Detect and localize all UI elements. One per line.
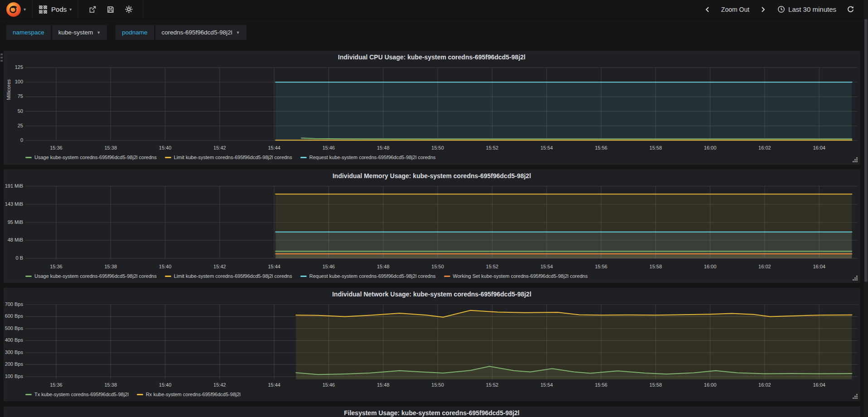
panel-resize-handle[interactable] xyxy=(856,161,858,162)
share-button[interactable] xyxy=(85,0,100,19)
y-axis-tick: 95 MiB xyxy=(4,219,23,225)
x-axis-tick: 15:58 xyxy=(642,145,669,150)
legend-series-label: Limit kube-system coredns-695f96dcd5-98j… xyxy=(174,273,292,279)
clock-icon xyxy=(777,5,785,13)
chart-canvas[interactable] xyxy=(4,301,860,382)
navbar: ▾ Pods ▾ Zoom Out Last 30 minutes xyxy=(0,0,868,19)
row-drag-handle[interactable] xyxy=(0,53,3,55)
dashboard-title: Pods xyxy=(51,5,67,13)
network-usage-graph[interactable] xyxy=(4,301,860,382)
chart-canvas[interactable] xyxy=(4,64,860,145)
x-axis-tick: 16:02 xyxy=(751,382,778,388)
x-axis-tick: 15:48 xyxy=(370,264,397,269)
chart-canvas[interactable] xyxy=(4,183,860,263)
variable-select-namespace[interactable]: kube-system ▼ xyxy=(52,25,107,40)
share-icon xyxy=(88,5,96,14)
refresh-button[interactable] xyxy=(843,0,858,19)
x-axis-tick: 15:48 xyxy=(370,145,397,150)
legend-series-label: Tx kube-system coredns-695f96dcd5-98j2l xyxy=(34,392,129,397)
panel-resize-handle[interactable] xyxy=(856,398,858,399)
grafana-logo-icon[interactable] xyxy=(6,2,21,17)
panel-title[interactable]: Filesystem Usage: kube-system coredns-69… xyxy=(4,409,859,417)
x-axis-tick: 16:02 xyxy=(751,264,778,269)
x-axis-tick: 15:38 xyxy=(97,382,124,388)
legend-series-color xyxy=(444,276,450,277)
x-axis-tick: 15:42 xyxy=(206,264,233,269)
panel-network-usage: Individual Network Usage: kube-system co… xyxy=(4,288,860,401)
chevron-down-icon: ▼ xyxy=(96,30,101,35)
chevron-left-icon xyxy=(704,6,710,13)
x-axis-tick: 16:04 xyxy=(805,264,833,269)
x-axis-tick: 15:54 xyxy=(533,264,560,269)
y-axis-tick: 191 MiB xyxy=(4,183,23,189)
x-axis-tick: 15:56 xyxy=(588,145,615,150)
x-axis-tick: 15:38 xyxy=(97,145,124,150)
x-axis-tick: 15:54 xyxy=(533,382,560,388)
x-axis-tick: 15:50 xyxy=(424,382,451,388)
variable-value-namespace: kube-system xyxy=(58,29,93,36)
x-axis-tick: 16:04 xyxy=(805,145,833,150)
x-axis-tick: 15:40 xyxy=(152,145,179,150)
panel-resize-handle[interactable] xyxy=(856,279,858,281)
x-axis-tick: 15:46 xyxy=(315,145,342,150)
y-axis-tick: 200 Bps xyxy=(4,361,23,367)
legend-item[interactable]: Usage kube-system coredns-695f96dcd5-98j… xyxy=(25,273,157,279)
refresh-icon xyxy=(847,5,854,13)
legend-item[interactable]: Tx kube-system coredns-695f96dcd5-98j2l xyxy=(25,392,129,397)
panel-title[interactable]: Individual Memory Usage: kube-system cor… xyxy=(4,172,859,179)
variable-label-namespace: namespace xyxy=(6,25,51,40)
dashboard-actions xyxy=(78,0,143,19)
time-back-button[interactable] xyxy=(699,0,715,19)
legend-series-color xyxy=(300,157,307,158)
legend-series-label: Limit kube-system coredns-695f96dcd5-98j… xyxy=(174,155,292,160)
x-axis-tick: 15:58 xyxy=(642,382,669,388)
y-axis-tick: 700 Bps xyxy=(4,301,23,307)
panel-title[interactable]: Individual CPU Usage: kube-system coredn… xyxy=(4,53,859,61)
x-axis-tick: 15:56 xyxy=(588,382,615,388)
x-axis-tick: 15:36 xyxy=(43,264,70,269)
x-axis-tick: 15:56 xyxy=(588,264,615,269)
chevron-down-icon: ▼ xyxy=(236,30,240,35)
legend-item[interactable]: Request kube-system coredns-695f96dcd5-9… xyxy=(300,155,436,160)
x-axis-tick: 15:36 xyxy=(43,145,70,150)
x-axis-tick: 15:44 xyxy=(260,264,288,269)
x-axis-tick: 15:40 xyxy=(152,382,179,388)
x-axis-tick: 15:42 xyxy=(206,145,233,150)
legend-series-label: Usage kube-system coredns-695f96dcd5-98j… xyxy=(34,273,157,279)
legend-item[interactable]: Working Set kube-system coredns-695f96dc… xyxy=(444,273,588,279)
legend-item[interactable]: Limit kube-system coredns-695f96dcd5-98j… xyxy=(165,155,292,160)
y-axis-tick: 25 xyxy=(4,123,23,128)
y-axis-tick: 0 xyxy=(4,137,23,143)
variable-select-podname[interactable]: coredns-695f96dcd5-98j2l ▼ xyxy=(155,25,246,40)
x-axis-tick: 15:36 xyxy=(43,382,70,388)
x-axis-tick: 15:38 xyxy=(97,264,124,269)
x-axis-tick: 15:46 xyxy=(315,382,342,388)
page-scrollbar[interactable] xyxy=(864,0,868,417)
grafana-menu[interactable]: ▾ xyxy=(0,0,33,19)
y-axis-tick: 400 Bps xyxy=(4,337,23,343)
legend-item[interactable]: Rx kube-system coredns-695f96dcd5-98j2l xyxy=(137,392,241,397)
legend-item[interactable]: Request kube-system coredns-695f96dcd5-9… xyxy=(300,273,436,279)
x-axis-tick: 15:50 xyxy=(424,145,451,150)
x-axis-tick: 15:46 xyxy=(315,264,342,269)
legend-series-label: Rx kube-system coredns-695f96dcd5-98j2l xyxy=(146,392,241,397)
panel-filesystem-usage: Filesystem Usage: kube-system coredns-69… xyxy=(4,407,860,417)
time-range-picker[interactable]: Last 30 minutes xyxy=(777,5,836,13)
scrollbar-thumb[interactable] xyxy=(864,19,868,282)
legend-series-label: Request kube-system coredns-695f96dcd5-9… xyxy=(309,155,436,160)
legend-item[interactable]: Usage kube-system coredns-695f96dcd5-98j… xyxy=(25,155,157,160)
dashboard-picker[interactable]: Pods ▾ xyxy=(33,0,78,19)
time-forward-button[interactable] xyxy=(756,0,771,19)
save-button[interactable] xyxy=(103,0,118,19)
zoom-out-button[interactable]: Zoom Out xyxy=(721,6,749,13)
time-range-label: Last 30 minutes xyxy=(788,5,836,13)
variable-label-podname: podname xyxy=(116,25,154,40)
chevron-down-icon: ▾ xyxy=(69,7,72,12)
legend-item[interactable]: Limit kube-system coredns-695f96dcd5-98j… xyxy=(165,273,292,279)
memory-usage-graph[interactable] xyxy=(4,183,860,263)
settings-button[interactable] xyxy=(121,0,136,19)
x-axis-tick: 15:44 xyxy=(260,145,288,150)
panel-title[interactable]: Individual Network Usage: kube-system co… xyxy=(4,291,859,298)
y-axis-tick: 0 B xyxy=(4,255,23,261)
cpu-usage-graph[interactable] xyxy=(4,64,860,145)
